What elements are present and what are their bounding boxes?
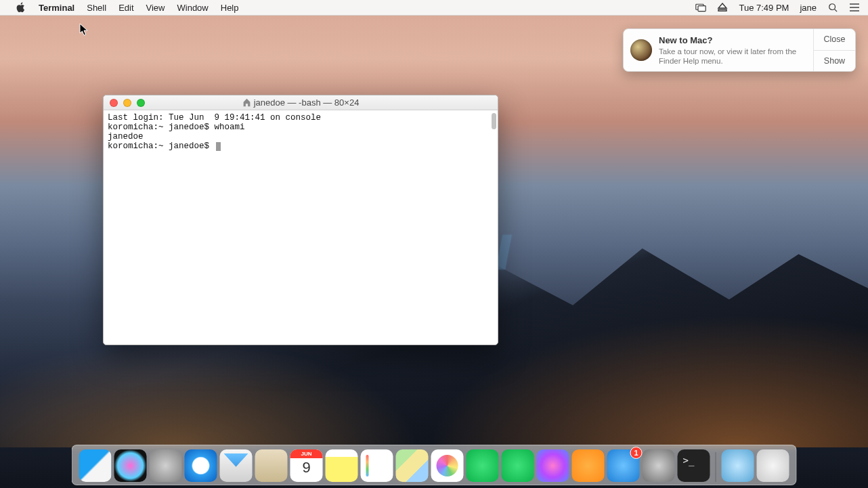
terminal-cursor [216, 142, 221, 151]
window-zoom-button[interactable] [137, 99, 145, 107]
menubar: Terminal Shell Edit View Window Help Tue… [0, 0, 868, 16]
dock-separator [716, 452, 716, 482]
dock-notes[interactable] [326, 449, 358, 482]
calendar-month: JUN [290, 449, 323, 458]
dock-reminders[interactable] [361, 449, 393, 482]
dock-system-preferences[interactable] [643, 449, 675, 482]
terminal-window[interactable]: janedoe — -bash — 80×24 Last login: Tue … [103, 95, 498, 345]
dock-terminal[interactable] [678, 449, 710, 482]
notification-title: New to Mac? [659, 35, 806, 45]
terminal-prompt: koromicha:~ janedoe$ [108, 141, 215, 151]
terminal-line: koromicha:~ janedoe$ whoami [108, 123, 245, 132]
dock-maps[interactable] [396, 449, 429, 482]
spotlight-icon[interactable] [827, 0, 838, 16]
notification-app-icon [630, 39, 652, 61]
apple-menu[interactable] [9, 0, 32, 16]
dock-ibooks[interactable] [572, 449, 605, 482]
home-icon [242, 98, 251, 107]
dock-mail[interactable] [220, 449, 253, 482]
dock-facetime[interactable] [502, 449, 534, 482]
dock-appstore[interactable]: 1 [607, 449, 640, 482]
mouse-cursor-icon [79, 23, 89, 37]
dock-launchpad[interactable] [150, 449, 182, 482]
screen-mirroring-icon[interactable] [695, 0, 706, 16]
svg-point-3 [829, 4, 836, 10]
terminal-content[interactable]: Last login: Tue Jun 9 19:41:41 on consol… [104, 110, 498, 345]
notification-body: Take a tour now, or view it later from t… [659, 47, 806, 66]
terminal-line: Last login: Tue Jun 9 19:41:41 on consol… [108, 113, 321, 123]
menubar-user[interactable]: jane [800, 0, 817, 16]
apple-logo-icon [16, 2, 26, 13]
svg-rect-1 [698, 6, 706, 12]
eject-icon[interactable] [717, 0, 728, 16]
notification-center-icon[interactable] [849, 0, 860, 16]
svg-line-4 [835, 9, 838, 12]
dock-safari[interactable] [185, 449, 217, 482]
calendar-day: 9 [290, 459, 323, 476]
dock-itunes[interactable] [537, 449, 569, 482]
window-title: janedoe — -bash — 80×24 [254, 97, 360, 108]
desktop: Kifaru Terminal Shell Edit View Window H… [0, 0, 868, 488]
dock-messages[interactable] [466, 449, 499, 482]
dock-siri[interactable] [114, 449, 147, 482]
dock-trash[interactable] [757, 449, 789, 482]
window-minimize-button[interactable] [123, 99, 131, 107]
menu-app-name[interactable]: Terminal [32, 0, 81, 16]
dock-finder[interactable] [79, 449, 112, 482]
dock-downloads[interactable] [722, 449, 754, 482]
appstore-badge: 1 [630, 447, 643, 459]
svg-rect-2 [718, 9, 726, 11]
scrollbar-thumb[interactable] [492, 113, 496, 129]
dock-photos[interactable] [431, 449, 464, 482]
dock-contacts[interactable] [255, 449, 288, 482]
terminal-line: janedoe [108, 132, 144, 141]
notification-banner: New to Mac? Take a tour now, or view it … [623, 28, 856, 72]
menu-help[interactable]: Help [215, 0, 245, 16]
notification-show-button[interactable]: Show [814, 50, 855, 72]
menu-window[interactable]: Window [171, 0, 215, 16]
menubar-clock[interactable]: Tue 7:49 PM [739, 0, 789, 16]
dock: JUN 9 1 [72, 445, 797, 485]
dock-calendar[interactable]: JUN 9 [290, 449, 323, 482]
window-titlebar[interactable]: janedoe — -bash — 80×24 [104, 95, 498, 110]
menu-edit[interactable]: Edit [112, 0, 139, 16]
notification-close-button[interactable]: Close [814, 29, 855, 50]
menu-view[interactable]: View [140, 0, 171, 16]
menu-shell[interactable]: Shell [81, 0, 112, 16]
window-close-button[interactable] [110, 99, 118, 107]
